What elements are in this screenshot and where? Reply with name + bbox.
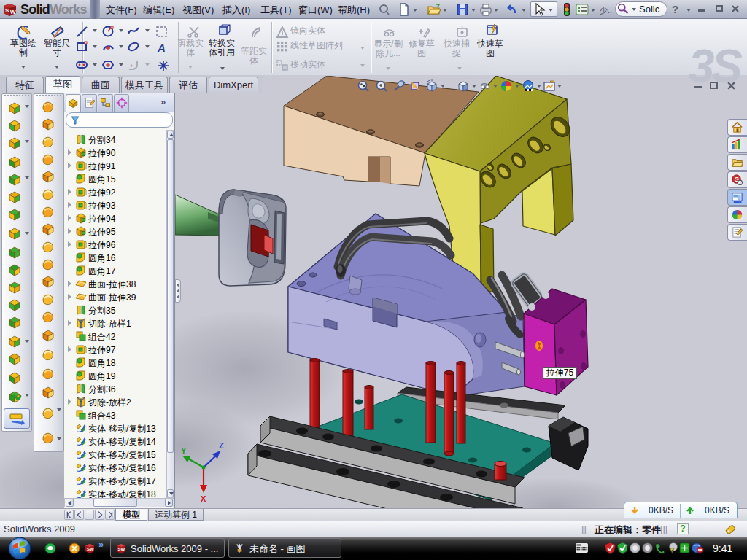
svg-text:SW: SW [87,547,94,551]
svg-text:!: ! [671,549,673,553]
svg-text:X: X [201,494,206,503]
svg-text:A: A [157,42,166,54]
svg-text:W: W [10,9,16,15]
svg-text:Y: Y [181,446,187,455]
svg-text:Z: Z [219,441,224,450]
svg-text:SW: SW [118,547,125,551]
svg-text:S: S [5,7,9,14]
